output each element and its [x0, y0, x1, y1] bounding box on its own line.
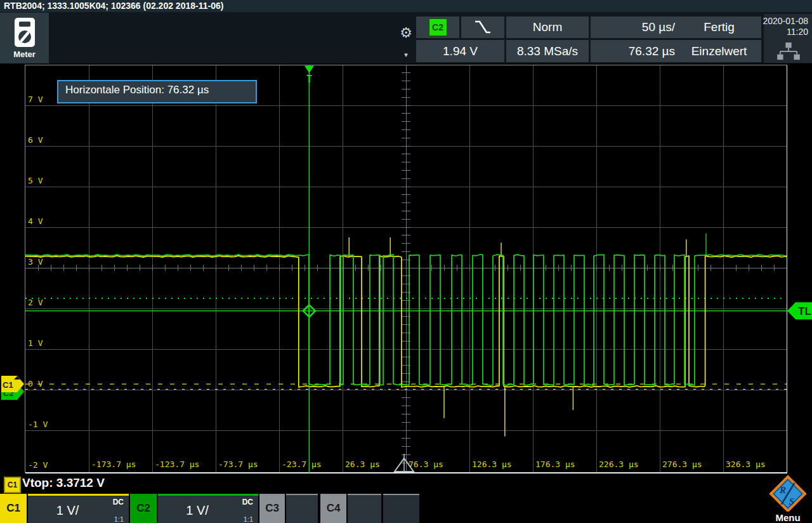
voltage-label: 2 V: [28, 298, 43, 307]
channel-bar: C1 1 V/ DC 1:1 C2 1 V/ DC 1:1 C3 C4: [0, 494, 764, 523]
channel-info-c2[interactable]: 1 V/ DC 1:1: [158, 494, 258, 523]
channel-info-c1[interactable]: 1 V/ DC 1:1: [28, 494, 129, 523]
datetime-text: 2020-01-0811:20: [763, 16, 808, 37]
menu-button-label[interactable]: Menu: [764, 512, 812, 523]
device-title-bar: RTB2004; 1333.1005K04; 102366 (02.202 20…: [0, 0, 812, 12]
graticule: [25, 65, 788, 473]
multimeter-icon: [14, 17, 36, 48]
display-settings-control[interactable]: ⚙ ▾: [396, 25, 416, 63]
channel-coupling-c2: DC: [242, 498, 253, 506]
device-title: RTB2004; 1333.1005K04; 102366 (02.202 20…: [4, 1, 223, 11]
toolbar: Meter ⚙ ▾ C2 Norm 50 µs/ Fertig 1.94 V 8…: [0, 12, 812, 63]
channel-tab-c2[interactable]: C2: [130, 494, 157, 523]
voltage-label: -1 V: [28, 420, 48, 429]
menu-corner[interactable]: R S Menu: [764, 475, 812, 523]
timebase-cell[interactable]: 50 µs/: [591, 17, 683, 38]
trigger-slope-cell[interactable]: [461, 17, 504, 38]
time-label: 76.3 µs: [409, 460, 443, 469]
trigger-mode-cell[interactable]: Norm: [506, 17, 589, 38]
measurement-value: Vtop: 3.3712 V: [22, 476, 105, 490]
date-label: 2020-01-08: [763, 16, 808, 26]
time-label: -23.7 µs: [282, 460, 322, 469]
meter-button[interactable]: Meter: [0, 13, 49, 63]
trigger-position-marker-icon[interactable]: [304, 66, 314, 74]
datetime-panel: 2020-01-0811:20: [764, 14, 812, 63]
meter-button-label: Meter: [13, 50, 36, 59]
waveform-display-area[interactable]: 7 V6 V5 V4 V3 V2 V1 V0 V-1 V-2 V-173.7 µ…: [0, 63, 812, 475]
trigger-slope-falling-icon: [473, 19, 492, 36]
svg-text:S: S: [789, 496, 794, 506]
time-label: -73.7 µs: [218, 460, 258, 469]
trigger-source-badge: C2: [429, 18, 447, 36]
voltage-label: 4 V: [28, 216, 43, 226]
network-lan-icon: [775, 42, 802, 61]
channel-probe-c1: 1:1: [114, 515, 124, 523]
channel-tab-c3[interactable]: C3: [259, 494, 285, 523]
measurement-result-bar: C1 Vtop: 3.3712 V: [0, 475, 764, 494]
acquisition-state-cell[interactable]: Fertig: [677, 17, 761, 38]
time-label: 176.3 µs: [535, 460, 575, 469]
time-label: -173.7 µs: [91, 460, 136, 469]
time-label: 11:20: [787, 27, 808, 37]
channel-scale-c2: 1 V/: [158, 496, 237, 523]
empty-slot-panel: [383, 494, 419, 523]
time-label: 226.3 µs: [599, 460, 639, 469]
horizontal-position-tooltip: Horizontale Position: 76.32 µs: [57, 80, 257, 103]
horizontal-position-cell[interactable]: 76.32 µs: [591, 40, 683, 62]
scope-graticule-svg: 7 V6 V5 V4 V3 V2 V1 V0 V-1 V-2 V-173.7 µ…: [0, 63, 812, 475]
trigger-level-badge-label: TL: [798, 305, 811, 317]
channel-marker-c1-label: C1: [3, 380, 13, 390]
time-label: 126.3 µs: [472, 460, 512, 469]
time-label: 26.3 µs: [345, 460, 380, 469]
time-label: -123.7 µs: [155, 460, 199, 469]
chevron-down-icon[interactable]: ▾: [396, 51, 416, 58]
voltage-label: 1 V: [28, 338, 43, 348]
sample-rate-cell[interactable]: 8.33 MSa/s: [506, 40, 589, 62]
channel-scale-c1: 1 V/: [28, 496, 107, 523]
channel-tab-c1[interactable]: C1: [0, 494, 27, 523]
channel-probe-c2: 1:1: [244, 515, 253, 523]
acquisition-mode-cell[interactable]: Einzelwert: [677, 40, 761, 62]
voltage-label: 5 V: [28, 176, 43, 185]
voltage-label: 6 V: [28, 135, 43, 145]
time-label: 276.3 µs: [662, 460, 702, 469]
voltage-label: 7 V: [28, 95, 43, 104]
channel-info-c3[interactable]: [286, 494, 318, 523]
rohde-schwarz-logo: R S: [769, 475, 807, 512]
trigger-source-cell[interactable]: C2: [416, 17, 459, 38]
gear-icon[interactable]: ⚙: [396, 25, 416, 41]
voltage-label: -2 V: [28, 460, 48, 470]
trigger-marker-label: T: [306, 74, 312, 85]
channel-tab-c4[interactable]: C4: [320, 494, 346, 523]
channel-info-c4[interactable]: [348, 494, 381, 523]
time-label: 326.3 µs: [726, 460, 766, 469]
trigger-level-cell[interactable]: 1.94 V: [416, 40, 504, 62]
channel-coupling-c1: DC: [113, 498, 124, 506]
measurement-source-badge: C1: [4, 477, 21, 493]
voltage-label: 3 V: [28, 257, 43, 267]
svg-text:R: R: [779, 485, 786, 495]
